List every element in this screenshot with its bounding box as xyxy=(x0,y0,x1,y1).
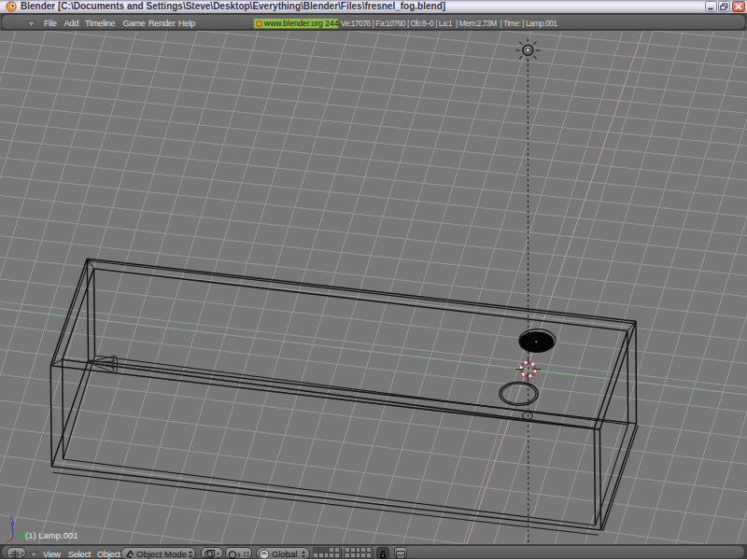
svg-text:(1) Lamp.001: (1) Lamp.001 xyxy=(25,530,78,540)
svg-text:Global: Global xyxy=(272,549,297,559)
svg-text:z: z xyxy=(9,513,13,522)
svg-text:Object Mode: Object Mode xyxy=(136,549,187,559)
